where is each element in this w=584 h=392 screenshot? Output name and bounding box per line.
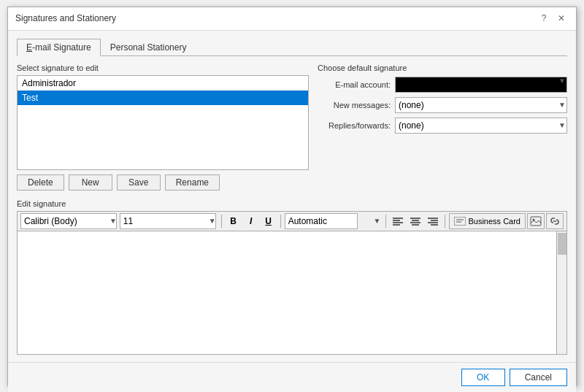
tab-personal-stationery-label: Personal Stationery [110,42,187,53]
left-panel: Select signature to edit Administrador T… [17,64,309,196]
replies-select-wrapper: (none) ▼ [395,118,567,134]
new-button[interactable]: New [69,174,112,191]
insert-link-icon [549,216,561,226]
help-button[interactable]: ? [537,11,551,26]
color-select-wrapper: Automatic ▼ [285,213,383,229]
insert-link-button[interactable] [546,213,564,229]
signature-editor-container [17,231,567,355]
size-select[interactable]: 11 [120,213,216,229]
sig-buttons: Delete New Save Rename [17,174,309,191]
business-card-label: Business Card [468,217,520,226]
align-right-button[interactable] [425,213,441,229]
new-messages-row: New messages: (none) ▼ [318,97,567,113]
email-account-select-wrapper: ████████████████ ▼ [395,77,567,93]
tab-email-signature-label: E-mail Signature [26,42,91,53]
choose-default-label: Choose default signature [318,64,567,72]
replies-label: Replies/forwards: [318,121,391,130]
dialog-body: E-mail Signature Personal Stationery Sel… [8,31,576,362]
title-bar: Signatures and Stationery ? ✕ [8,7,576,31]
signature-editor[interactable] [18,231,566,354]
tab-email-signature[interactable]: E-mail Signature [17,39,101,56]
close-button[interactable]: ✕ [554,11,569,26]
signature-toolbar: Calibri (Body) ▼ 11 ▼ B [17,211,567,231]
delete-button[interactable]: Delete [17,174,64,191]
new-messages-label: New messages: [318,101,391,109]
business-card-button[interactable]: Business Card [449,213,526,229]
color-select[interactable]: Automatic [285,213,358,229]
ok-button[interactable]: OK [461,369,505,386]
email-account-row: E-mail account: ████████████████ ▼ [318,77,567,93]
edit-signature-section: Edit signature Calibri (Body) ▼ 11 [17,199,567,355]
dialog-title: Signatures and Stationery [15,13,116,23]
tab-personal-stationery[interactable]: Personal Stationery [101,39,196,56]
bold-button[interactable]: B [226,213,242,229]
align-left-icon [393,217,403,226]
toolbar-divider-2 [280,215,281,228]
toolbar-divider-1 [221,215,222,228]
signature-item-test[interactable]: Test [18,91,308,105]
insert-image-icon [530,216,542,226]
title-bar-left: Signatures and Stationery [15,13,116,23]
content-area: Select signature to edit Administrador T… [17,64,567,196]
save-button[interactable]: Save [117,174,161,191]
rename-button[interactable]: Rename [165,174,220,191]
new-messages-select-wrapper: (none) ▼ [395,97,567,113]
right-panel: Choose default signature E-mail account:… [318,64,567,196]
color-select-arrow-icon: ▼ [374,217,381,225]
align-center-icon [410,217,420,226]
toolbar-divider-3 [385,215,386,228]
email-account-select[interactable]: ████████████████ [395,77,567,93]
size-select-wrapper: 11 ▼ [120,213,218,229]
align-center-button[interactable] [407,213,423,229]
insert-image-button[interactable] [527,213,545,229]
tab-content: Select signature to edit Administrador T… [17,64,567,355]
align-left-button[interactable] [390,213,406,229]
email-account-label: E-mail account: [318,80,391,89]
font-select[interactable]: Calibri (Body) [20,213,117,229]
tabs: E-mail Signature Personal Stationery [17,38,567,56]
editor-scrollbar[interactable] [556,231,566,354]
dialog-footer: OK Cancel [8,362,576,392]
toolbar-divider-4 [445,215,445,228]
select-sig-label: Select signature to edit [17,64,309,72]
title-buttons: ? ✕ [537,11,569,26]
cancel-button[interactable]: Cancel [510,369,567,386]
underline-button[interactable]: U [261,213,277,229]
signature-list: Administrador Test [17,75,309,170]
business-card-icon [454,217,466,226]
svg-rect-12 [454,217,466,226]
italic-button[interactable]: I [243,213,259,229]
signature-item-administrador[interactable]: Administrador [18,76,308,91]
align-right-icon [428,217,438,226]
dialog: Signatures and Stationery ? ✕ E-mail Sig… [7,7,577,386]
replies-row: Replies/forwards: (none) ▼ [318,118,567,134]
font-select-wrapper: Calibri (Body) ▼ [20,213,118,229]
edit-sig-label: Edit signature [17,199,567,208]
new-messages-select[interactable]: (none) [395,97,567,113]
replies-select[interactable]: (none) [395,118,567,134]
editor-scrollbar-thumb [558,233,566,255]
